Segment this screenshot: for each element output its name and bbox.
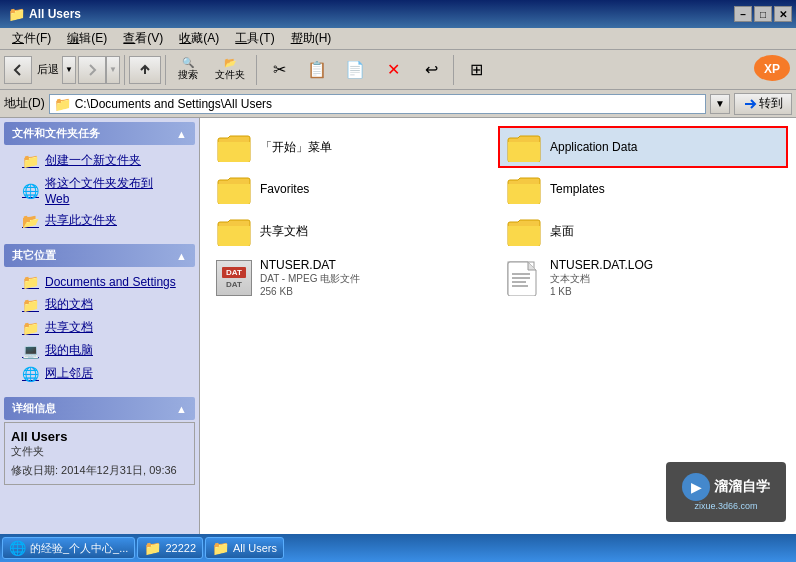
details-collapse-icon: ▲ bbox=[176, 403, 187, 415]
file-info-ntuser-log: NTUSER.DAT.LOG 文本文档 1 KB bbox=[550, 258, 653, 297]
taskbar-label-3: All Users bbox=[233, 542, 277, 554]
file-info-shared-docs: 共享文档 bbox=[260, 223, 308, 240]
xp-logo: XP bbox=[752, 53, 792, 86]
panel-item-my-computer[interactable]: 💻 我的电脑 bbox=[20, 339, 191, 362]
file-name-start-menu: 「开始」菜单 bbox=[260, 139, 332, 156]
move-button[interactable]: ✂ bbox=[261, 57, 297, 82]
file-name-templates: Templates bbox=[550, 182, 605, 196]
window-controls: – □ ✕ bbox=[734, 6, 792, 22]
menu-view[interactable]: 查看(V) bbox=[115, 28, 171, 49]
file-name-app-data: Application Data bbox=[550, 140, 637, 154]
file-meta1-ntuser-log: 文本文档 bbox=[550, 272, 653, 286]
my-computer-icon: 💻 bbox=[22, 343, 39, 359]
file-item-desktop[interactable]: 桌面 bbox=[500, 212, 786, 250]
address-input[interactable]: 📁 C:\Documents and Settings\All Users bbox=[49, 94, 706, 114]
taskbar: 🌐 的经验_个人中心_... 📁 22222 📁 All Users bbox=[0, 534, 796, 562]
taskbar-icon-1: 🌐 bbox=[9, 540, 26, 556]
delete-button[interactable]: ✕ bbox=[375, 57, 411, 82]
address-label: 地址(D) bbox=[4, 95, 45, 112]
toolbar: 后退 ▼ ▼ 🔍 搜索 📂 文件夹 ✂ 📋 📄 ✕ bbox=[0, 50, 796, 90]
window-icon: 📁 bbox=[8, 6, 25, 22]
other-places-content: 📁 Documents and Settings 📁 我的文档 📁 共享文档 💻… bbox=[4, 267, 195, 389]
menu-tools[interactable]: 工具(T) bbox=[227, 28, 282, 49]
back-button[interactable] bbox=[4, 56, 32, 84]
file-item-app-data[interactable]: Application Data bbox=[500, 128, 786, 166]
watermark-url: zixue.3d66.com bbox=[694, 501, 757, 511]
panel-item-share[interactable]: 📂 共享此文件夹 bbox=[20, 209, 191, 232]
panel-item-publish-web[interactable]: 🌐 将这个文件夹发布到Web bbox=[20, 172, 191, 209]
file-item-templates[interactable]: Templates bbox=[500, 170, 786, 208]
panel-item-my-docs[interactable]: 📁 我的文档 bbox=[20, 293, 191, 316]
menu-help[interactable]: 帮助(H) bbox=[283, 28, 340, 49]
window-title: All Users bbox=[29, 7, 81, 21]
panel-item-network[interactable]: 🌐 网上邻居 bbox=[20, 362, 191, 385]
taskbar-icon-3: 📁 bbox=[212, 540, 229, 556]
forward-arrow[interactable]: ▼ bbox=[106, 56, 120, 84]
go-button[interactable]: 转到 bbox=[734, 93, 792, 115]
toolbar-sep-2 bbox=[165, 55, 166, 85]
undo-button[interactable]: ↩ bbox=[413, 57, 449, 82]
taskbar-item-2[interactable]: 📁 22222 bbox=[137, 537, 203, 559]
file-item-shared-docs[interactable]: 共享文档 bbox=[210, 212, 496, 250]
my-computer-label: 我的电脑 bbox=[45, 342, 93, 359]
other-places-header-label: 其它位置 bbox=[12, 248, 56, 263]
file-info-start-menu: 「开始」菜单 bbox=[260, 139, 332, 156]
details-header[interactable]: 详细信息 ▲ bbox=[4, 397, 195, 420]
other-places-header[interactable]: 其它位置 ▲ bbox=[4, 244, 195, 267]
folders-button[interactable]: 📂 文件夹 bbox=[208, 54, 252, 85]
tasks-header-label: 文件和文件夹任务 bbox=[12, 126, 100, 141]
menu-file[interactable]: 文件(F) bbox=[4, 28, 59, 49]
details-modified-date: 修改日期: 2014年12月31日, 09:36 bbox=[11, 463, 188, 478]
file-name-ntuser-log: NTUSER.DAT.LOG bbox=[550, 258, 653, 272]
paste-button[interactable]: 📄 bbox=[337, 57, 373, 82]
tasks-content: 📁 创建一个新文件夹 🌐 将这个文件夹发布到Web 📂 共享此文件夹 bbox=[4, 145, 195, 236]
views-button[interactable]: ⊞ bbox=[458, 57, 494, 82]
folder-icon-desktop bbox=[506, 216, 542, 246]
watermark: ▶ 溜溜自学 zixue.3d66.com bbox=[666, 462, 786, 522]
watermark-brand: 溜溜自学 bbox=[714, 478, 770, 496]
title-bar: 📁 All Users – □ ✕ bbox=[0, 0, 796, 28]
address-dropdown[interactable]: ▼ bbox=[710, 94, 730, 114]
toolbar-sep-1 bbox=[124, 55, 125, 85]
search-button[interactable]: 🔍 搜索 bbox=[170, 54, 206, 85]
copy-button[interactable]: 📋 bbox=[299, 57, 335, 82]
back-arrow[interactable]: ▼ bbox=[62, 56, 76, 84]
up-button[interactable] bbox=[129, 56, 161, 84]
file-item-favorites[interactable]: Favorites bbox=[210, 170, 496, 208]
toolbar-sep-4 bbox=[453, 55, 454, 85]
file-name-favorites: Favorites bbox=[260, 182, 309, 196]
log-file-icon bbox=[506, 260, 542, 296]
file-item-start-menu[interactable]: 「开始」菜单 bbox=[210, 128, 496, 166]
toolbar-sep-3 bbox=[256, 55, 257, 85]
maximize-button[interactable]: □ bbox=[754, 6, 772, 22]
file-info-desktop: 桌面 bbox=[550, 223, 574, 240]
file-meta1-ntuser-dat: DAT - MPEG 电影文件 bbox=[260, 272, 360, 286]
panel-item-shared-docs[interactable]: 📁 共享文档 bbox=[20, 316, 191, 339]
file-item-ntuser-dat[interactable]: DAT DAT NTUSER.DAT DAT - MPEG 电影文件 256 K… bbox=[210, 254, 496, 301]
folders-icon: 📂 bbox=[224, 57, 236, 68]
tasks-header[interactable]: 文件和文件夹任务 ▲ bbox=[4, 122, 195, 145]
menu-favorites[interactable]: 收藏(A) bbox=[171, 28, 227, 49]
back-label: 后退 bbox=[34, 61, 62, 78]
panel-item-new-folder[interactable]: 📁 创建一个新文件夹 bbox=[20, 149, 191, 172]
address-value: C:\Documents and Settings\All Users bbox=[75, 97, 272, 111]
panel-item-docs-settings[interactable]: 📁 Documents and Settings bbox=[20, 271, 191, 293]
menu-bar: 文件(F) 编辑(E) 查看(V) 收藏(A) 工具(T) 帮助(H) bbox=[0, 28, 796, 50]
left-panel: 文件和文件夹任务 ▲ 📁 创建一个新文件夹 🌐 将这个文件夹发布到Web 📂 共… bbox=[0, 118, 200, 534]
taskbar-label-2: 22222 bbox=[165, 542, 196, 554]
svg-text:XP: XP bbox=[764, 62, 780, 76]
my-docs-label: 我的文档 bbox=[45, 296, 93, 313]
close-button[interactable]: ✕ bbox=[774, 6, 792, 22]
folder-icon-shared-docs bbox=[216, 216, 252, 246]
minimize-button[interactable]: – bbox=[734, 6, 752, 22]
forward-button[interactable] bbox=[78, 56, 106, 84]
file-item-ntuser-log[interactable]: NTUSER.DAT.LOG 文本文档 1 KB bbox=[500, 254, 786, 301]
taskbar-item-3[interactable]: 📁 All Users bbox=[205, 537, 284, 559]
taskbar-item-1[interactable]: 🌐 的经验_个人中心_... bbox=[2, 537, 135, 559]
address-folder-icon: 📁 bbox=[54, 96, 71, 112]
docs-settings-label: Documents and Settings bbox=[45, 275, 176, 289]
file-name-shared-docs: 共享文档 bbox=[260, 223, 308, 240]
other-places-collapse-icon: ▲ bbox=[176, 250, 187, 262]
menu-edit[interactable]: 编辑(E) bbox=[59, 28, 115, 49]
file-info-app-data: Application Data bbox=[550, 140, 637, 154]
